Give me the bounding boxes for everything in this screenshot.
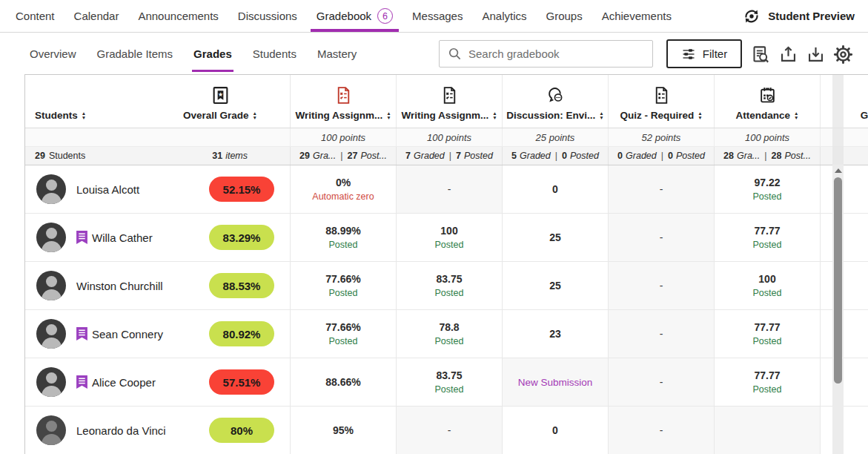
student-preview-button[interactable]: Student Preview <box>742 0 868 32</box>
students-column-header[interactable]: Students ▲▼ <box>35 110 86 121</box>
sort-icon[interactable]: ▲▼ <box>794 111 798 119</box>
grade-cell[interactable]: 77.66%Posted <box>291 262 397 309</box>
grade-cell[interactable] <box>821 214 868 261</box>
sort-icon[interactable]: ▲▼ <box>599 111 603 119</box>
grade-cell[interactable]: 100Posted <box>715 262 821 309</box>
student-cell[interactable]: Sean Connery 80.92% <box>25 310 291 358</box>
grade-cell[interactable]: 0%Automatic zero <box>291 165 397 213</box>
column-header-quiz[interactable]: Quiz - Required ▲▼ <box>609 75 715 128</box>
grade-cell[interactable]: 83.75Posted <box>397 358 503 406</box>
grade-cell[interactable]: 25 <box>503 262 609 309</box>
gradebook-sub-nav: Overview Gradable Items Grades Students … <box>0 33 868 74</box>
tab-messages[interactable]: Messages <box>402 0 472 32</box>
overall-grade-pill[interactable]: 88.53% <box>209 273 274 298</box>
tab-mastery[interactable]: Mastery <box>307 33 367 74</box>
grade-cell[interactable]: - <box>609 407 715 454</box>
overall-grade-pill[interactable]: 52.15% <box>209 177 274 202</box>
tab-announcements[interactable]: Announcements <box>128 0 228 32</box>
grade-cell[interactable]: 0 <box>503 407 609 454</box>
sort-icon[interactable]: ▲▼ <box>386 111 391 119</box>
grade-cell[interactable]: New Submission <box>503 358 609 406</box>
grade-cell[interactable]: 88.66% <box>291 358 397 406</box>
student-name[interactable]: Leonardo da Vinci <box>76 424 166 437</box>
grade-cell[interactable] <box>821 310 868 358</box>
grade-cell[interactable]: 77.77Posted <box>715 214 821 261</box>
grade-cell[interactable]: - <box>397 407 503 454</box>
overall-grade-pill[interactable]: 80.92% <box>209 321 274 346</box>
student-cell[interactable]: Winston Churchill 88.53% <box>25 262 291 309</box>
sort-icon[interactable]: ▲▼ <box>253 111 257 119</box>
student-cell[interactable]: Louisa Alcott 52.15% <box>25 165 291 213</box>
student-name[interactable]: Louisa Alcott <box>76 183 139 196</box>
grade-cell[interactable]: 100Posted <box>397 214 503 261</box>
tab-achievements[interactable]: Achievements <box>592 0 681 32</box>
graded-posted-cell: 28Gra... | 28Post... <box>715 147 821 165</box>
upload-icon[interactable] <box>778 44 799 65</box>
tab-overview[interactable]: Overview <box>19 33 87 74</box>
grade-cell[interactable] <box>821 262 868 309</box>
grade-cell[interactable]: - <box>609 262 715 309</box>
overall-grade-pill[interactable]: 57.51% <box>209 369 274 395</box>
grade-cell[interactable]: - <box>609 358 715 406</box>
scroll-up-arrow[interactable] <box>835 168 842 173</box>
tab-grades[interactable]: Grades <box>183 33 242 74</box>
grade-cell[interactable]: 77.77Posted <box>715 358 821 406</box>
grade-cell[interactable]: 77.66%Posted <box>291 310 397 358</box>
filter-button[interactable]: Filter <box>666 39 742 68</box>
student-name[interactable]: Alice Cooper <box>92 376 156 389</box>
overall-grade-column-header[interactable]: ★ Overall Grade ▲▼ <box>183 86 257 121</box>
grade-cell[interactable] <box>715 407 821 454</box>
table-row: Leonardo da Vinci 80% 95% - 0 - <box>25 407 868 454</box>
tab-groups[interactable]: Groups <box>536 0 592 32</box>
search-input[interactable] <box>468 47 632 60</box>
graded-posted-cell: 29Gra... | 27Post... <box>291 147 397 165</box>
grade-cell[interactable]: - <box>609 214 715 261</box>
overall-grade-pill[interactable]: 80% <box>209 418 274 443</box>
tab-content[interactable]: Content <box>6 0 64 32</box>
student-cell[interactable]: Alice Cooper 57.51% <box>25 358 291 406</box>
grade-cell[interactable]: 0 <box>503 165 609 213</box>
tab-analytics[interactable]: Analytics <box>472 0 536 32</box>
student-name[interactable]: Sean Connery <box>92 328 163 340</box>
grade-cell[interactable] <box>821 407 868 454</box>
tab-calendar[interactable]: Calendar <box>64 0 129 32</box>
grade-cell[interactable]: - <box>609 310 715 358</box>
grade-cell[interactable]: 95% <box>291 407 397 454</box>
settings-gear-icon[interactable] <box>832 44 854 65</box>
sort-icon[interactable]: ▲▼ <box>698 111 702 119</box>
student-name[interactable]: Willa Cather <box>92 231 153 244</box>
grade-cell[interactable] <box>821 165 868 213</box>
column-header-writing-assignment-1[interactable]: Writing Assignm... ▲▼ <box>291 75 397 128</box>
grade-cell[interactable]: - <box>609 165 715 213</box>
student-cell[interactable]: Leonardo da Vinci 80% <box>25 407 291 454</box>
points-cell: 100 points <box>715 128 821 146</box>
vertical-scrollbar[interactable] <box>832 165 844 454</box>
tab-gradebook[interactable]: Gradebook 6 <box>307 0 402 32</box>
download-icon[interactable] <box>805 44 826 65</box>
tab-discussions[interactable]: Discussions <box>228 0 307 32</box>
student-name[interactable]: Winston Churchill <box>76 280 163 292</box>
scrollbar-thumb[interactable] <box>834 177 842 384</box>
tab-students[interactable]: Students <box>242 33 307 74</box>
overall-grade-pill[interactable]: 83.29% <box>209 225 274 250</box>
sort-icon[interactable]: ▲▼ <box>82 111 86 119</box>
column-header-attendance[interactable]: Attendance ▲▼ <box>715 75 821 128</box>
column-header-discussion[interactable]: Discussion: Envi... ▲▼ <box>503 75 609 128</box>
grade-cell[interactable]: 78.8Posted <box>397 310 503 358</box>
document-search-icon[interactable] <box>750 44 772 65</box>
sort-icon[interactable]: ▲▼ <box>492 111 497 119</box>
column-header-writing-assignment-2[interactable]: Writing Assignm... ▲▼ <box>397 75 503 128</box>
grade-cell[interactable]: 23 <box>503 310 609 358</box>
grade-cell[interactable]: 25 <box>503 214 609 261</box>
grade-cell[interactable]: 77.77Posted <box>715 310 821 358</box>
student-cell[interactable]: Willa Cather 83.29% <box>25 214 291 261</box>
gradebook-search[interactable] <box>439 40 653 68</box>
grade-cell[interactable]: 88.99%Posted <box>291 214 397 261</box>
grade-cell[interactable] <box>821 358 868 406</box>
grade-cell[interactable]: 97.22Posted <box>715 165 821 213</box>
grade-cell[interactable]: 83.75Posted <box>397 262 503 309</box>
graded-posted-cell: 5Graded | 0Posted <box>503 147 609 165</box>
tab-gradable-items[interactable]: Gradable Items <box>87 33 184 74</box>
column-header-clipped[interactable]: Gra... <box>821 75 868 128</box>
grade-cell[interactable]: - <box>397 165 503 213</box>
